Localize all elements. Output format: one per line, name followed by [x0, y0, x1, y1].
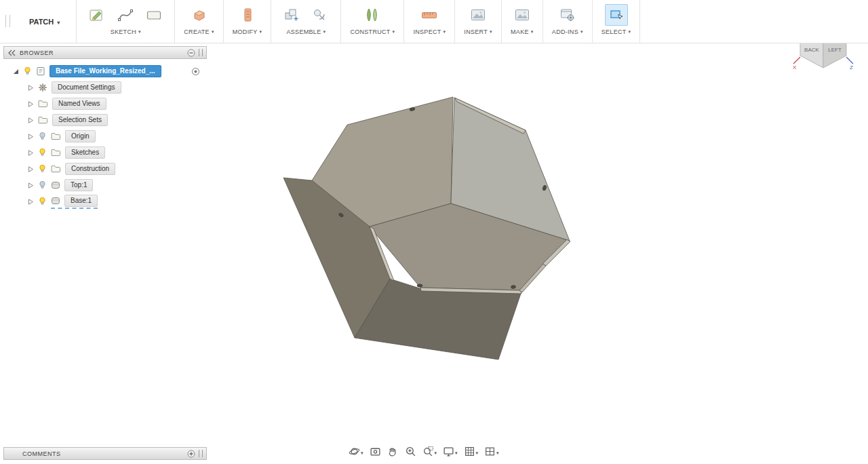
expand-panel-icon[interactable]: [187, 450, 195, 458]
tree-row-named-views[interactable]: Named Views: [3, 96, 207, 112]
create-sketch-button[interactable]: [85, 4, 108, 26]
grid-display-button[interactable]: [462, 444, 480, 458]
measure-button[interactable]: [418, 4, 441, 26]
joint-button[interactable]: [309, 4, 332, 26]
insert-image-icon: [469, 6, 487, 24]
viewports-icon: [484, 446, 496, 457]
toolbar-group-label-select[interactable]: SELECT: [601, 28, 631, 35]
collapse-panel-icon[interactable]: [7, 50, 16, 56]
zoom-window-button[interactable]: [421, 444, 439, 458]
expand-arrow-icon[interactable]: [28, 85, 38, 91]
expand-arrow-icon[interactable]: [28, 166, 38, 172]
activate-component-radio[interactable]: [191, 66, 200, 79]
navigation-toolbar: [347, 444, 500, 459]
tree-row-top-1[interactable]: Top:1: [3, 177, 207, 193]
tree-item-label[interactable]: Base:1: [64, 195, 98, 207]
extrude-icon: [191, 6, 208, 24]
tree-item-label[interactable]: Document Settings: [52, 81, 121, 94]
look-at-button[interactable]: [368, 445, 382, 458]
expand-arrow-icon[interactable]: [28, 199, 38, 205]
tree-item-label[interactable]: Top:1: [64, 179, 93, 191]
panel-grip[interactable]: [199, 450, 203, 457]
toolbar-group-select: SELECT: [593, 0, 641, 43]
editing-indicator: Base:1: [51, 195, 98, 209]
rectangle-tool-button[interactable]: [142, 4, 165, 26]
tree-item-label[interactable]: Construction: [65, 163, 115, 175]
spline-tool-button[interactable]: [114, 4, 137, 26]
make-icon: [513, 6, 531, 24]
expand-arrow-icon[interactable]: [13, 69, 23, 75]
tree-row-root-component[interactable]: Base File_Working_Resized_...: [3, 63, 207, 79]
slot-icon: [145, 6, 163, 24]
toolbar-spacer: [640, 0, 868, 43]
display-settings-button[interactable]: [441, 444, 459, 458]
expand-arrow-icon[interactable]: [28, 101, 38, 107]
expand-arrow-icon[interactable]: [28, 182, 38, 189]
tree-row-document-settings[interactable]: Document Settings: [3, 79, 207, 96]
dodecahedron-model[interactable]: [283, 97, 570, 360]
pan-button[interactable]: [386, 445, 400, 458]
tree-item-label[interactable]: Selection Sets: [52, 114, 108, 126]
toolbar-group-label-addins[interactable]: ADD-INS: [552, 28, 583, 35]
visibility-bulb-icon[interactable]: [38, 180, 47, 190]
new-component-button[interactable]: [280, 4, 303, 26]
root-component-label[interactable]: Base File_Working_Resized_...: [50, 65, 161, 77]
construct-plane-button[interactable]: [361, 4, 384, 26]
toolbar-group-label-inspect[interactable]: INSPECT: [413, 28, 446, 35]
tree-row-construction[interactable]: Construction: [3, 161, 207, 177]
tree-item-label[interactable]: Sketches: [65, 147, 105, 159]
browser-panel: BROWSER Base File_Working_Resized_... Do…: [3, 46, 207, 210]
folder-icon: [38, 100, 48, 108]
tree-item-label[interactable]: Named Views: [52, 98, 106, 110]
chevron-down-icon[interactable]: [475, 445, 479, 457]
tree-row-base-1[interactable]: Base:1: [3, 193, 207, 210]
expand-arrow-icon[interactable]: [28, 134, 38, 140]
chevron-down-icon[interactable]: [360, 445, 363, 457]
comments-header[interactable]: COMMENTS: [3, 447, 207, 460]
visibility-bulb-icon[interactable]: [38, 197, 47, 206]
extrude-button[interactable]: [188, 4, 211, 26]
orbit-button[interactable]: [347, 444, 365, 458]
toolbar-group-modify: MODIFY: [224, 0, 272, 43]
toolbar-group-label-sketch[interactable]: SKETCH: [111, 28, 141, 35]
visibility-bulb-icon[interactable]: [23, 66, 32, 76]
toolbar-group-label-insert[interactable]: INSERT: [464, 28, 492, 35]
orbit-icon: [349, 446, 360, 457]
add-ins-button[interactable]: [556, 4, 579, 26]
expand-arrow-icon[interactable]: [28, 150, 38, 156]
expand-arrow-icon[interactable]: [28, 117, 38, 123]
zoom-button[interactable]: [403, 445, 418, 458]
minimize-panel-icon[interactable]: [187, 49, 195, 57]
visibility-bulb-icon[interactable]: [38, 164, 47, 174]
tree-row-selection-sets[interactable]: Selection Sets: [3, 112, 207, 128]
tree-item-label[interactable]: Origin: [65, 130, 96, 142]
toolbar-group-label-modify[interactable]: MODIFY: [233, 28, 262, 35]
tree-row-origin[interactable]: Origin: [3, 128, 207, 144]
visibility-bulb-icon[interactable]: [38, 132, 47, 141]
toolbar-group-label-create[interactable]: CREATE: [184, 28, 214, 35]
toolbar-group-label-make[interactable]: MAKE: [511, 28, 534, 35]
make-button[interactable]: [511, 4, 534, 26]
new-component-icon: [283, 6, 300, 24]
toolbar-group-label-construct[interactable]: CONSTRUCT: [350, 28, 395, 35]
select-button[interactable]: [605, 4, 628, 26]
chevron-down-icon[interactable]: [454, 445, 458, 457]
app-window: PATCH SKETCH CR: [0, 0, 868, 464]
toolbar-group-label-assemble[interactable]: ASSEMBLE: [287, 28, 326, 35]
visibility-bulb-icon[interactable]: [38, 148, 47, 157]
grid-icon: [464, 446, 475, 457]
construction-plane-icon: [363, 6, 381, 24]
toolbar-group-make: MAKE: [502, 0, 543, 43]
body-icon: [51, 181, 60, 189]
browser-header[interactable]: BROWSER: [3, 46, 207, 59]
press-pull-button[interactable]: [236, 4, 259, 26]
toolbar-grip[interactable]: [5, 15, 10, 27]
toolbar-group-inspect: INSPECT: [404, 0, 455, 43]
chevron-down-icon[interactable]: [496, 445, 499, 457]
viewports-button[interactable]: [483, 444, 500, 458]
panel-grip[interactable]: [199, 49, 203, 56]
insert-canvas-button[interactable]: [467, 4, 490, 26]
chevron-down-icon[interactable]: [434, 445, 437, 457]
tree-row-sketches[interactable]: Sketches: [3, 144, 207, 161]
workspace-selector[interactable]: PATCH: [14, 0, 77, 43]
